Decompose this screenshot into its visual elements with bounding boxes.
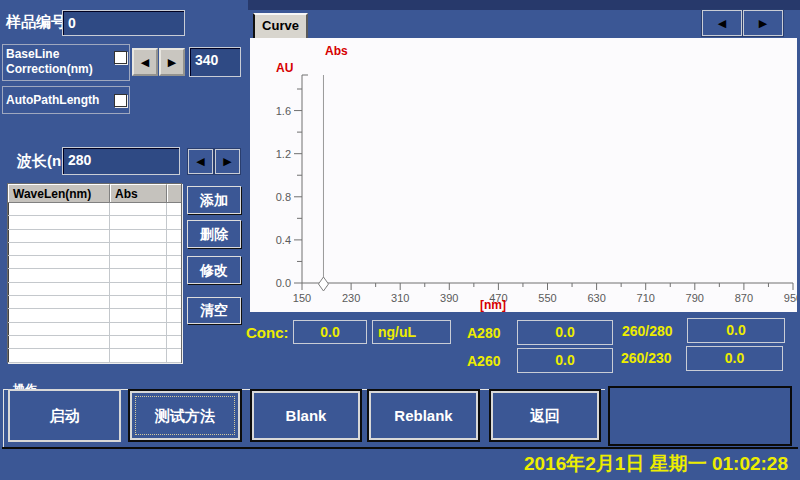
svg-text:150: 150 — [293, 292, 311, 304]
left-arrow-icon: ◀ — [141, 56, 149, 68]
wavelength-input[interactable]: 280 — [62, 147, 180, 175]
svg-text:950: 950 — [784, 292, 797, 304]
conc-unit: ng/uL — [372, 320, 451, 344]
table-row[interactable] — [8, 243, 181, 256]
test-method-button[interactable]: 测试方法 — [128, 389, 242, 442]
spectrum-chart-svg: 0.00.40.81.21.61502303103904705506307107… — [250, 38, 797, 312]
svg-text:Abs: Abs — [325, 44, 348, 58]
chart-scroll-right-button[interactable]: ▶ — [743, 10, 783, 36]
svg-text:0.4: 0.4 — [276, 234, 291, 246]
wavelength-decrease-button[interactable]: ◀ — [188, 149, 213, 174]
autopathlength-group: AutoPathLength — [2, 86, 130, 114]
conc-value: 0.0 — [293, 320, 367, 344]
spectrum-chart: 0.00.40.81.21.61502303103904705506307107… — [250, 38, 797, 312]
blank-button[interactable]: Blank — [250, 389, 362, 442]
svg-text:[nm]: [nm] — [480, 298, 506, 312]
table-row[interactable] — [8, 230, 181, 243]
svg-text:230: 230 — [342, 292, 360, 304]
baseline-correction-checkbox[interactable] — [114, 51, 127, 64]
baseline-decrease-button[interactable]: ◀ — [132, 48, 158, 76]
add-button[interactable]: 添加 — [187, 186, 241, 214]
table-row[interactable] — [8, 349, 181, 362]
baseline-wavelength-input[interactable]: 340 — [189, 47, 241, 77]
ratio-260-230-label: 260/230 — [621, 350, 672, 366]
statusbar-divider — [2, 447, 798, 449]
autopathlength-checkbox[interactable] — [114, 94, 127, 107]
svg-text:0.8: 0.8 — [276, 191, 291, 203]
column-header-abs: Abs — [110, 184, 167, 202]
left-arrow-icon: ◀ — [196, 155, 204, 167]
baseline-correction-group: BaseLine Correction(nm) — [2, 44, 130, 81]
clear-button[interactable]: 清空 — [187, 297, 241, 324]
table-row[interactable] — [8, 216, 181, 229]
svg-text:1.6: 1.6 — [276, 105, 291, 117]
svg-text:550: 550 — [538, 292, 556, 304]
table-row[interactable] — [8, 269, 181, 282]
left-arrow-icon: ◀ — [718, 17, 726, 29]
sample-number-label: 样品编号 — [6, 13, 66, 32]
a280-label: A280 — [467, 325, 500, 341]
baseline-increase-button[interactable]: ▶ — [159, 48, 185, 76]
return-button[interactable]: 返回 — [489, 389, 601, 442]
column-header-wavelen: WaveLen(nm) — [8, 184, 110, 202]
modify-button[interactable]: 修改 — [187, 256, 241, 284]
autopathlength-label: AutoPathLength — [3, 87, 129, 107]
ratio-260-280-value: 0.0 — [687, 318, 785, 343]
right-arrow-icon: ▶ — [223, 155, 231, 167]
conc-label: Conc: — [246, 324, 289, 341]
table-row[interactable] — [8, 336, 181, 349]
wavelength-table-body[interactable] — [8, 203, 181, 363]
a260-value: 0.0 — [517, 348, 613, 373]
wavelength-table-header: WaveLen(nm) Abs — [8, 184, 181, 203]
table-row[interactable] — [8, 323, 181, 336]
chart-scroll-left-button[interactable]: ◀ — [702, 10, 742, 36]
focus-ring — [135, 396, 235, 435]
datetime-display: 2016年2月1日 星期一 01:02:28 — [524, 451, 788, 477]
svg-text:1.2: 1.2 — [276, 148, 291, 160]
svg-text:390: 390 — [440, 292, 458, 304]
table-row[interactable] — [8, 296, 181, 309]
chart-panel-top-edge — [248, 0, 800, 10]
empty-status-panel — [608, 386, 792, 446]
svg-text:710: 710 — [637, 292, 655, 304]
reblank-button[interactable]: Reblank — [367, 389, 480, 442]
table-row[interactable] — [8, 256, 181, 269]
svg-text:630: 630 — [587, 292, 605, 304]
svg-text:790: 790 — [686, 292, 704, 304]
table-row[interactable] — [8, 283, 181, 296]
wavelength-table[interactable]: WaveLen(nm) Abs — [7, 183, 182, 363]
baseline-label-line1: BaseLine — [6, 47, 59, 61]
tab-curve[interactable]: Curve — [253, 13, 308, 38]
svg-text:870: 870 — [735, 292, 753, 304]
svg-text:310: 310 — [391, 292, 409, 304]
delete-button[interactable]: 删除 — [187, 220, 241, 248]
table-row[interactable] — [8, 203, 181, 216]
baseline-label-line2: Correction(nm) — [6, 62, 93, 76]
wavelength-increase-button[interactable]: ▶ — [215, 149, 240, 174]
a280-value: 0.0 — [517, 320, 613, 345]
table-row[interactable] — [8, 309, 181, 322]
ratio-260-230-value: 0.0 — [686, 346, 783, 371]
svg-text:AU: AU — [276, 61, 293, 75]
start-button[interactable]: 启动 — [8, 389, 121, 442]
right-arrow-icon: ▶ — [759, 17, 767, 29]
sample-number-input[interactable]: 0 — [62, 10, 185, 36]
right-arrow-icon: ▶ — [168, 56, 176, 68]
a260-label: A260 — [467, 353, 500, 369]
svg-text:0.0: 0.0 — [276, 277, 291, 289]
ratio-260-280-label: 260/280 — [622, 323, 673, 339]
